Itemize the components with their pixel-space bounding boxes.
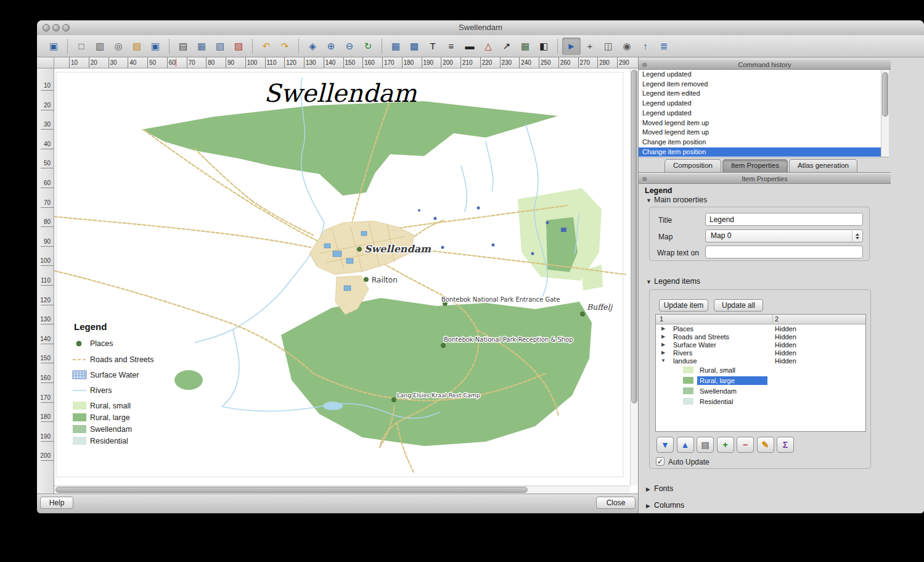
export-image-button[interactable]: ▦ bbox=[192, 38, 211, 55]
legend-items-section-header[interactable]: ▼Legend items bbox=[646, 277, 700, 286]
zoom-full-button[interactable]: ◈ bbox=[303, 38, 322, 55]
command-history-entry[interactable]: Legend updated bbox=[639, 70, 881, 80]
map-legend-item[interactable]: Legend Places Roads and Streets Surface … bbox=[73, 321, 154, 445]
raise-items-button[interactable]: ↑ bbox=[636, 38, 655, 55]
columns-section-header[interactable]: ▶Columns bbox=[646, 501, 684, 510]
main-properties-section-header[interactable]: ▼Main properties bbox=[646, 196, 707, 202]
composer-canvas[interactable]: Swellendam Swellendam Railton Bontebok N… bbox=[54, 68, 638, 494]
command-history-entry[interactable]: Change item position bbox=[639, 147, 881, 157]
rural-large-north-polygon bbox=[142, 101, 558, 196]
horizontal-ruler[interactable]: 1020304050607080901001101201301401501601… bbox=[54, 57, 638, 68]
add-html-frame-button[interactable]: ◧ bbox=[534, 38, 553, 55]
legend-places-label: Places bbox=[90, 339, 113, 348]
add-legend-button[interactable]: ≡ bbox=[442, 38, 460, 55]
load-template-button[interactable]: ▨ bbox=[128, 38, 146, 55]
redo-button[interactable]: ↷ bbox=[276, 38, 294, 55]
new-composition-button[interactable]: □ bbox=[72, 38, 91, 55]
add-item-button[interactable]: + bbox=[717, 437, 734, 453]
title-bar[interactable]: Swellendam bbox=[37, 20, 924, 36]
legend-tree-row[interactable]: ▼ landuse Hidden bbox=[656, 357, 865, 365]
composition-manager-button[interactable]: ◎ bbox=[109, 38, 128, 55]
legend-tree-row[interactable]: ▶ Roads and Streets Hidden bbox=[656, 333, 865, 341]
legend-tree-row[interactable]: ▶ Places Hidden bbox=[656, 324, 865, 333]
map-select[interactable]: Map 0 bbox=[705, 229, 863, 242]
close-panel-icon[interactable]: ⊗ bbox=[642, 60, 647, 69]
wrap-text-input[interactable] bbox=[705, 246, 863, 258]
fonts-section-header[interactable]: ▶Fonts bbox=[646, 484, 673, 493]
expander-icon[interactable]: ▼ bbox=[660, 358, 667, 363]
legend-tree-row[interactable]: ▶ Rivers Hidden bbox=[656, 349, 865, 357]
legend-rural-small-swatch bbox=[73, 402, 86, 410]
close-panel-icon[interactable]: ⊗ bbox=[642, 175, 647, 183]
command-history-entry[interactable]: Change item position bbox=[639, 138, 881, 147]
command-history-entry[interactable]: Legend item edited bbox=[639, 89, 881, 99]
add-group-button[interactable]: ▤ bbox=[697, 437, 714, 453]
update-item-button[interactable]: Update item bbox=[659, 299, 708, 312]
export-svg-button[interactable]: ▧ bbox=[211, 38, 229, 55]
command-history-scrollbar[interactable] bbox=[881, 70, 889, 157]
canvas-vertical-scrollbar[interactable] bbox=[630, 68, 638, 486]
save-template-button[interactable]: ▣ bbox=[146, 38, 165, 55]
move-item-content-button[interactable]: + bbox=[581, 38, 599, 55]
map-title: Swellendam bbox=[264, 79, 417, 107]
legend-tree-row[interactable]: Rural, large bbox=[656, 375, 865, 386]
command-history-entry[interactable]: Moved legend item up bbox=[639, 118, 881, 128]
legend-rural-small-label: Rural, small bbox=[90, 402, 131, 410]
label-swellendam: Swellendam bbox=[364, 243, 431, 255]
add-arrow-button[interactable]: ↗ bbox=[497, 38, 516, 55]
command-history-entry[interactable]: Moved legend item up bbox=[639, 128, 881, 138]
align-items-button[interactable]: ≣ bbox=[655, 38, 673, 55]
legend-tree-row[interactable]: ▶ Surface Water Hidden bbox=[656, 341, 865, 349]
panel-tab[interactable]: Item Properties bbox=[722, 159, 788, 172]
print-button[interactable]: ▤ bbox=[174, 38, 192, 55]
zoom-out-button[interactable]: ⊖ bbox=[340, 38, 359, 55]
duplicate-composition-button[interactable]: ▥ bbox=[91, 38, 109, 55]
legend-tree-row[interactable]: Rural, small bbox=[656, 365, 865, 375]
panel-tab[interactable]: Composition bbox=[664, 159, 721, 172]
panel-tab[interactable]: Atlas generation bbox=[789, 159, 857, 172]
update-all-button[interactable]: Update all bbox=[714, 299, 763, 312]
undo-button[interactable]: ↶ bbox=[257, 38, 276, 55]
map-item[interactable]: Swellendam Swellendam Railton Bontebok N… bbox=[54, 68, 626, 481]
legend-tree-row[interactable]: Residential bbox=[656, 396, 865, 407]
expander-icon[interactable]: ▶ bbox=[660, 334, 667, 339]
scrollbar-thumb[interactable] bbox=[631, 70, 637, 403]
vertical-ruler[interactable]: 1020304050607080901001101201301401501601… bbox=[37, 68, 54, 494]
add-attribute-table-button[interactable]: ▦ bbox=[516, 38, 534, 55]
scrollbar-thumb[interactable] bbox=[55, 487, 528, 493]
command-history-entry[interactable]: Legend updated bbox=[639, 99, 881, 109]
canvas-horizontal-scrollbar[interactable] bbox=[54, 486, 630, 494]
lock-items-button[interactable]: ◉ bbox=[618, 38, 636, 55]
group-items-button[interactable]: ◫ bbox=[599, 38, 618, 55]
add-scalebar-button[interactable]: ▬ bbox=[460, 38, 479, 55]
legend-tree-row[interactable]: Swellendam bbox=[656, 386, 865, 396]
remove-item-button[interactable]: − bbox=[737, 437, 754, 453]
help-button[interactable]: Help bbox=[40, 497, 73, 509]
label-buffeljags: Buffelj bbox=[587, 302, 613, 312]
save-project-button[interactable]: ▣ bbox=[44, 38, 63, 55]
edit-item-button[interactable]: ✎ bbox=[757, 437, 774, 453]
expander-icon[interactable]: ▶ bbox=[660, 342, 667, 347]
add-shape-button[interactable]: △ bbox=[479, 38, 497, 55]
add-map-button[interactable]: ▦ bbox=[386, 38, 405, 55]
expander-icon[interactable]: ▶ bbox=[660, 326, 667, 331]
add-image-button[interactable]: ▩ bbox=[405, 38, 423, 55]
legend-item-up-button[interactable]: ▲ bbox=[677, 437, 694, 453]
refresh-view-button[interactable]: ↻ bbox=[359, 38, 377, 55]
stepper-arrows-icon[interactable] bbox=[852, 231, 862, 241]
zoom-in-button[interactable]: ⊕ bbox=[322, 38, 340, 55]
add-label-button[interactable]: T bbox=[423, 38, 442, 55]
legend-swellendam-swatch bbox=[73, 425, 86, 433]
scrollbar-thumb[interactable] bbox=[882, 72, 888, 117]
count-features-button[interactable]: Σ bbox=[777, 437, 794, 453]
close-button[interactable]: Close bbox=[596, 497, 636, 509]
toolbar-icon: ◧ bbox=[539, 41, 548, 51]
expander-icon[interactable]: ▶ bbox=[660, 350, 667, 355]
auto-update-checkbox[interactable]: ✓ bbox=[656, 457, 664, 466]
legend-title-input[interactable] bbox=[705, 213, 863, 226]
command-history-entry[interactable]: Legend item removed bbox=[639, 80, 881, 89]
export-pdf-button[interactable]: ▨ bbox=[229, 38, 248, 55]
legend-item-down-button[interactable]: ▼ bbox=[656, 437, 674, 453]
select-move-item-button[interactable]: ► bbox=[562, 38, 581, 55]
command-history-entry[interactable]: Legend updated bbox=[639, 109, 881, 118]
